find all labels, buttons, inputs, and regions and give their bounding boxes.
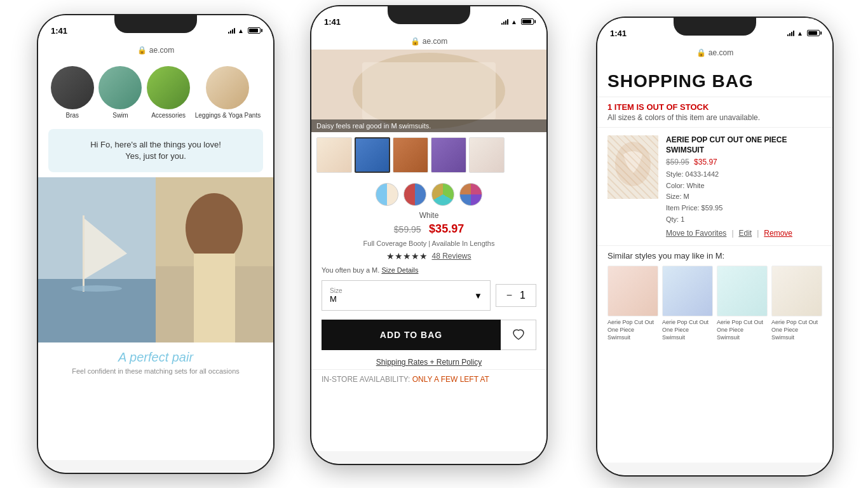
bag-item-details: AERIE POP CUT OUT ONE PIECE SWIMSUIT $59… — [666, 135, 822, 238]
battery-icon-left — [248, 27, 261, 34]
bag-item-image — [607, 135, 658, 199]
similar-item-label-2: Aerie Pop Cut Out One Piece Swimsuit — [662, 319, 713, 341]
similar-title: Similar styles you may like in M: — [607, 251, 822, 261]
phone-center-screen: 1:41 ▲ 🔒 ae.com — [311, 6, 546, 464]
add-to-bag-row: ADD TO BAG — [322, 320, 536, 350]
wifi-icon-right: ▲ — [797, 30, 803, 37]
bag-item-color: Color: White — [666, 180, 822, 192]
thumb-3[interactable] — [393, 137, 428, 173]
signal-icon-right — [787, 30, 794, 36]
perfect-pair-sub: Feel confident in these matching sets fo… — [48, 367, 263, 375]
bag-item-style: Style: 0433-1442 — [666, 169, 822, 180]
bras-label: Bras — [66, 112, 79, 119]
url-text-right: ae.com — [709, 48, 733, 57]
similar-item-img-1 — [607, 266, 658, 316]
swatch-1[interactable] — [376, 183, 398, 206]
similar-section: Similar styles you may like in M: Aerie … — [597, 246, 832, 346]
thumb-4[interactable] — [431, 137, 466, 173]
lifestyle-images — [38, 177, 273, 342]
in-store-availability: IN-STORE AVAILABILITY: ONLY A FEW LEFT a… — [311, 369, 546, 389]
similar-item-2[interactable]: Aerie Pop Cut Out One Piece Swimsuit — [662, 266, 713, 341]
category-swim[interactable]: Swim — [98, 66, 142, 119]
url-bar-left[interactable]: 🔒 ae.com — [38, 43, 273, 58]
swatch-4[interactable] — [459, 183, 482, 206]
lock-icon-right: 🔒 — [696, 48, 706, 57]
price-original: $59.95 — [394, 224, 421, 234]
wishlist-button[interactable] — [501, 320, 536, 350]
reviews-link[interactable]: 48 Reviews — [431, 252, 471, 261]
out-of-stock-title: 1 ITEM IS OUT OF STOCK — [607, 102, 822, 112]
thumbnail-row — [311, 132, 546, 178]
svg-point-4 — [71, 285, 122, 292]
size-select[interactable]: Size M ▼ — [322, 280, 491, 311]
signal-icon-center — [501, 18, 508, 25]
svg-point-13 — [615, 142, 651, 186]
url-bar-center[interactable]: 🔒 ae.com — [311, 34, 546, 50]
battery-icon-center — [521, 18, 534, 25]
out-of-stock-alert: 1 ITEM IS OUT OF STOCK All sizes & color… — [597, 97, 832, 128]
accessories-circle — [147, 66, 190, 109]
only-few-label: ONLY A FEW LEFT at — [412, 375, 489, 384]
size-label: Size M — [330, 287, 342, 304]
lock-icon-left: 🔒 — [137, 46, 147, 55]
url-bar-right[interactable]: 🔒 ae.com — [597, 46, 832, 61]
swatch-3[interactable] — [431, 183, 454, 206]
similar-item-4[interactable]: Aerie Pop Cut Out One Piece Swimsuit — [771, 266, 822, 341]
product-hero-image: Daisy feels real good in M swimsuits. — [311, 50, 546, 132]
left-phone-content: Bras Swim Accessories Leggings & Yoga Pa… — [38, 58, 273, 460]
phone-right: 1:41 ▲ 🔒 ae.com SHOPPING BAG — [597, 18, 832, 475]
thumb-5[interactable] — [469, 137, 505, 173]
phone-right-screen: 1:41 ▲ 🔒 ae.com SHOPPING BAG — [597, 18, 832, 475]
size-details-link[interactable]: Size Details — [381, 266, 418, 274]
notch-center — [388, 6, 470, 24]
time-left: 1:41 — [51, 26, 67, 36]
thumb-2[interactable] — [355, 137, 390, 173]
bag-item: AERIE POP CUT OUT ONE PIECE SWIMSUIT $59… — [597, 128, 832, 246]
banner-line2: Yes, just for you. — [58, 151, 253, 162]
size-hint-text: You often buy a M. — [322, 266, 379, 274]
phone-left: 1:41 ▲ 🔒 ae.com — [38, 15, 273, 473]
qty-control: − 1 — [496, 284, 536, 307]
svg-rect-2 — [83, 215, 85, 292]
shipping-link[interactable]: Shipping Rates + Return Policy — [311, 355, 546, 369]
thumb-1[interactable] — [316, 137, 352, 173]
edit-link[interactable]: Edit — [739, 229, 752, 238]
size-selector-row: Size M ▼ − 1 — [311, 276, 546, 315]
category-leggings[interactable]: Leggings & Yoga Pants — [195, 66, 261, 119]
price-sale: $35.97 — [429, 222, 464, 235]
rating-stars: ★★★★★ — [386, 251, 428, 261]
add-to-bag-button[interactable]: ADD TO BAG — [322, 320, 501, 350]
time-right: 1:41 — [610, 29, 627, 38]
wifi-icon-left: ▲ — [238, 27, 244, 34]
qty-minus-button[interactable]: − — [506, 290, 512, 301]
wifi-icon-center: ▲ — [511, 18, 517, 25]
move-to-favorites-link[interactable]: Move to Favorites — [666, 229, 726, 238]
status-bar-left: 1:41 ▲ — [38, 15, 273, 43]
phone-left-screen: 1:41 ▲ 🔒 ae.com — [38, 15, 273, 473]
left-bottom-text: A perfect pair Feel confident in these m… — [38, 342, 273, 383]
swatch-2[interactable] — [403, 183, 426, 206]
status-bar-right: 1:41 ▲ — [597, 18, 832, 46]
scene: 1:41 ▲ 🔒 ae.com — [0, 0, 868, 488]
shopping-bag-title: SHOPPING BAG — [597, 61, 832, 97]
out-of-stock-sub: All sizes & colors of this item are unav… — [607, 113, 822, 122]
bag-item-name: AERIE POP CUT OUT ONE PIECE SWIMSUIT — [666, 135, 822, 155]
rating-row: ★★★★★ 48 Reviews — [311, 248, 546, 264]
status-icons-center: ▲ — [501, 18, 534, 25]
category-bras[interactable]: Bras — [51, 66, 94, 119]
daisy-label: Daisy feels real good in M swimsuits. — [311, 119, 546, 132]
remove-link[interactable]: Remove — [764, 229, 792, 238]
category-accessories[interactable]: Accessories — [147, 66, 190, 119]
accessories-label: Accessories — [151, 112, 186, 119]
status-icons-right: ▲ — [787, 30, 820, 37]
similar-item-1[interactable]: Aerie Pop Cut Out One Piece Swimsuit — [607, 266, 658, 341]
url-text-center: ae.com — [423, 37, 447, 46]
qty-value: 1 — [520, 290, 526, 301]
similar-item-img-2 — [662, 266, 713, 316]
similar-item-label-4: Aerie Pop Cut Out One Piece Swimsuit — [771, 319, 822, 341]
url-text-left: ae.com — [149, 46, 174, 55]
lifestyle-image-right — [156, 177, 273, 342]
chevron-down-icon: ▼ — [474, 291, 482, 301]
color-name: White — [311, 211, 546, 220]
similar-item-3[interactable]: Aerie Pop Cut Out One Piece Swimsuit — [717, 266, 768, 341]
